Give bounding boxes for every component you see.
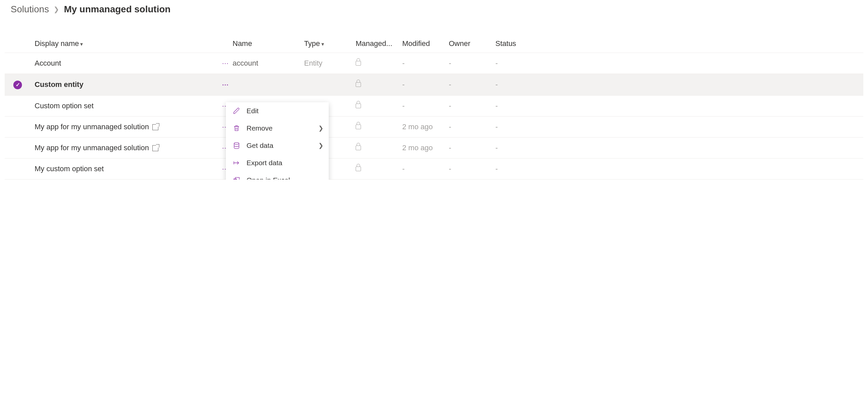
- column-status[interactable]: Status: [495, 35, 863, 53]
- display-name-text: Custom entity: [35, 80, 84, 89]
- managed-cell: [355, 117, 402, 138]
- column-owner[interactable]: Owner: [449, 35, 495, 53]
- breadcrumb-parent[interactable]: Solutions: [11, 4, 49, 14]
- lock-icon: [355, 82, 361, 87]
- status-cell: -: [495, 95, 863, 117]
- menu-label: Export data: [247, 159, 282, 167]
- export-icon: [232, 159, 241, 167]
- display-name-cell[interactable]: Account⋯: [35, 53, 232, 74]
- status-cell: -: [495, 53, 863, 74]
- lock-icon: [355, 167, 361, 171]
- managed-cell: [355, 158, 402, 179]
- status-cell: -: [495, 158, 863, 179]
- table-row[interactable]: My app for my unmanaged solution⋯ensior2…: [5, 138, 863, 158]
- more-actions-button[interactable]: ⋯: [222, 81, 229, 88]
- display-name-text: Account: [35, 59, 61, 67]
- menu-label: Get data: [247, 142, 274, 150]
- column-modified[interactable]: Modified: [402, 35, 449, 53]
- column-display-name[interactable]: Display name▾: [35, 35, 232, 53]
- svg-rect-2: [234, 178, 237, 179]
- modified-cell: 2 mo ago: [402, 117, 449, 138]
- breadcrumb: Solutions ❯ My unmanaged solution: [0, 0, 868, 21]
- owner-cell: -: [449, 117, 495, 138]
- status-cell: -: [495, 74, 863, 95]
- context-menu: Edit Remove ❯ Get data ❯ Export data: [226, 102, 329, 179]
- table-row[interactable]: My custom option set⋯et---: [5, 158, 863, 179]
- display-name-cell[interactable]: Custom entity⋯: [35, 74, 232, 95]
- pencil-icon: [232, 107, 241, 115]
- name-cell: account: [232, 53, 304, 74]
- table-row[interactable]: Account⋯accountEntity---: [5, 53, 863, 74]
- external-link-icon: [152, 145, 158, 151]
- type-cell: Entity: [304, 53, 355, 74]
- chevron-down-icon: ▾: [321, 41, 324, 47]
- managed-cell: [355, 53, 402, 74]
- row-select[interactable]: [5, 138, 35, 158]
- lock-icon: [355, 146, 361, 150]
- lock-icon: [355, 104, 361, 108]
- lock-icon: [355, 124, 361, 129]
- display-name-text: My app for my unmanaged solution: [35, 144, 149, 152]
- database-icon: [232, 142, 241, 150]
- status-cell: -: [495, 138, 863, 158]
- row-select[interactable]: [5, 117, 35, 138]
- type-cell: [304, 74, 355, 95]
- lock-icon: [355, 61, 361, 66]
- menu-label: Open in Excel: [247, 176, 290, 179]
- external-link-icon: [152, 124, 158, 130]
- display-name-cell[interactable]: Custom option set⋯: [35, 95, 232, 117]
- row-select[interactable]: [5, 53, 35, 74]
- trash-icon: [232, 124, 241, 132]
- table-header-row: Display name▾ Name Type▾ Managed... Modi…: [5, 35, 863, 53]
- managed-cell: [355, 74, 402, 95]
- excel-icon: [232, 176, 241, 179]
- table-row[interactable]: My app for my unmanaged solution⋯iven A2…: [5, 117, 863, 138]
- chevron-right-icon: ❯: [318, 124, 323, 132]
- modified-cell: -: [402, 95, 449, 117]
- managed-cell: [355, 138, 402, 158]
- row-select[interactable]: [5, 95, 35, 117]
- column-select-all[interactable]: [5, 35, 35, 53]
- menu-edit[interactable]: Edit: [226, 102, 329, 120]
- owner-cell: -: [449, 138, 495, 158]
- modified-cell: -: [402, 74, 449, 95]
- modified-cell: -: [402, 158, 449, 179]
- table-row[interactable]: ✓Custom entity⋯---: [5, 74, 863, 95]
- menu-label: Edit: [247, 107, 258, 115]
- display-name-text: Custom option set: [35, 101, 93, 110]
- owner-cell: -: [449, 158, 495, 179]
- row-select[interactable]: [5, 158, 35, 179]
- modified-cell: 2 mo ago: [402, 138, 449, 158]
- display-name-cell[interactable]: My custom option set⋯: [35, 158, 232, 179]
- owner-cell: -: [449, 95, 495, 117]
- status-cell: -: [495, 117, 863, 138]
- managed-cell: [355, 95, 402, 117]
- chevron-right-icon: ❯: [54, 5, 59, 13]
- svg-point-0: [234, 143, 239, 145]
- chevron-down-icon: ▾: [80, 41, 83, 47]
- chevron-right-icon: ❯: [318, 142, 323, 149]
- owner-cell: -: [449, 74, 495, 95]
- column-type[interactable]: Type▾: [304, 35, 355, 53]
- display-name-text: My app for my unmanaged solution: [35, 122, 149, 131]
- check-icon: ✓: [13, 81, 22, 89]
- owner-cell: -: [449, 53, 495, 74]
- column-managed[interactable]: Managed...: [355, 35, 402, 53]
- solution-components-table: Display name▾ Name Type▾ Managed... Modi…: [0, 21, 868, 179]
- display-name-cell[interactable]: My app for my unmanaged solution⋯: [35, 117, 232, 138]
- menu-open-excel[interactable]: Open in Excel: [226, 172, 329, 179]
- display-name-cell[interactable]: My app for my unmanaged solution⋯: [35, 138, 232, 158]
- name-cell: [232, 74, 304, 95]
- column-name[interactable]: Name: [232, 35, 304, 53]
- breadcrumb-current: My unmanaged solution: [64, 4, 170, 14]
- display-name-text: My custom option set: [35, 165, 104, 173]
- more-actions-button[interactable]: ⋯: [222, 60, 229, 67]
- menu-label: Remove: [247, 124, 273, 132]
- menu-remove[interactable]: Remove ❯: [226, 120, 329, 137]
- menu-export-data[interactable]: Export data: [226, 154, 329, 172]
- menu-get-data[interactable]: Get data ❯: [226, 137, 329, 154]
- row-select[interactable]: ✓: [5, 74, 35, 95]
- table-row[interactable]: Custom option set⋯et---: [5, 95, 863, 117]
- modified-cell: -: [402, 53, 449, 74]
